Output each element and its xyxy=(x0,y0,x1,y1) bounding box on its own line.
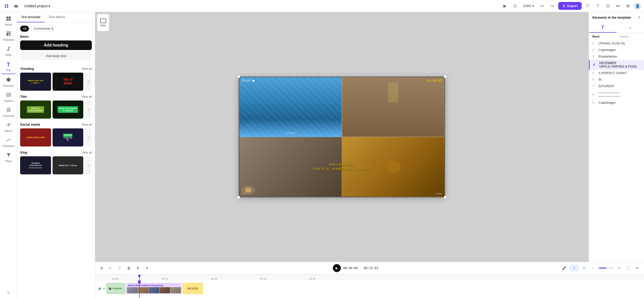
right-panel-header: Elements in the template × xyxy=(589,12,644,23)
chip-commercial[interactable]: Commercial i xyxy=(31,26,57,32)
sidebar-item-captions[interactable]: Captions xyxy=(1,90,16,104)
pen-btn[interactable]: ✏ xyxy=(634,265,641,272)
audio-add-btn[interactable]: + xyxy=(570,265,579,272)
tab-text-template[interactable]: Text template xyxy=(17,12,45,22)
sidebar-item-text[interactable]: T Text xyxy=(1,59,16,74)
vlog-nav-btn[interactable]: › xyxy=(85,156,92,174)
more-options-btn[interactable]: ••• xyxy=(614,2,622,10)
svg-rect-9 xyxy=(6,33,8,36)
trending-thumb-1[interactable]: Happy New Year— 2024 — xyxy=(20,73,51,91)
project-name-btn[interactable]: Untitled project ▾ xyxy=(22,3,52,9)
element-item-5[interactable]: 5 A PERFECT SUNNY xyxy=(589,70,644,76)
ruler-mark-1: 00:10 xyxy=(162,278,168,280)
vlog-grid: THANKSFOR WATCH@ Your account WAKE UP / … xyxy=(20,156,92,174)
element-item-6[interactable]: 6 IN xyxy=(589,76,644,83)
tab-text-effects[interactable]: Text effects xyxy=(45,12,69,22)
share-btn[interactable]: ⊡ xyxy=(604,2,612,10)
title-thumb-2[interactable]: GIVE OUR EARTHA CHANCE xyxy=(53,101,84,119)
element-item-9[interactable]: 9 Copenhagen xyxy=(589,100,644,106)
trending-view-all[interactable]: View all xyxy=(82,67,92,71)
fullscreen-btn[interactable]: ⛶ xyxy=(625,265,632,272)
sidebar-item-filters[interactable]: Filters xyxy=(1,151,16,165)
timer-btn[interactable]: ◷ xyxy=(511,2,519,10)
sidebar-item-templates[interactable]: Templates xyxy=(1,29,16,43)
more-btn[interactable]: ▾ xyxy=(143,265,150,272)
sidebar-item-elements[interactable]: Elements xyxy=(1,75,16,89)
svg-rect-7 xyxy=(9,19,11,21)
ruler-mark-3: 00:30 xyxy=(260,278,266,280)
split-btn[interactable]: ⊢ xyxy=(107,265,114,272)
canvas-frame[interactable]: PLAY ▶ 00:00:00 pool/water xyxy=(239,77,445,197)
shield-btn[interactable]: 🛡 xyxy=(584,2,592,10)
mic-btn[interactable]: 🎤 xyxy=(560,265,568,272)
undo-btn[interactable]: ↩ xyxy=(538,2,546,10)
title-view-all[interactable]: View all xyxy=(82,95,92,98)
layout-toggle-btn[interactable]: ⊞ xyxy=(624,2,632,10)
right-panel-close-btn[interactable]: × xyxy=(638,15,640,20)
time-clip[interactable]: 00:15:03 xyxy=(183,283,203,294)
element-item-4[interactable]: 4 DECEMBER VINYLS, PARTIES & FOOD xyxy=(589,60,644,70)
zoom-level: 100% xyxy=(523,4,531,8)
social-thumb-2[interactable]: OUTFIT of the day 🔍 xyxy=(53,128,84,146)
align-btn[interactable]: ⊤ xyxy=(116,265,123,272)
panel-content: All Commercial i Basic Add heading Add b… xyxy=(17,23,95,298)
svg-rect-5 xyxy=(9,17,11,19)
timeline-separator: | xyxy=(360,266,361,270)
add-heading-btn[interactable]: Add heading xyxy=(20,40,92,50)
right-panel-tab-music[interactable]: ♪ xyxy=(617,23,644,33)
chip-all[interactable]: All xyxy=(20,26,29,32)
element-item-8[interactable]: 8 ——————— ——————— xyxy=(589,89,644,100)
sidebar-item-media[interactable]: Media xyxy=(1,14,16,28)
copy-btn[interactable]: ⧉ xyxy=(98,265,105,272)
element-item-3[interactable]: 3 Elsadanielson xyxy=(589,53,644,60)
vlog-thumb-1[interactable]: THANKSFOR WATCH@ Your account xyxy=(20,156,51,174)
play-btn[interactable]: ▶ xyxy=(501,2,509,10)
avatar-btn[interactable]: 👤 xyxy=(634,3,641,10)
right-panel-tab-text[interactable]: T xyxy=(589,23,617,33)
delete-btn[interactable]: 🗑 xyxy=(125,265,132,272)
canvas-cell-bottom-left xyxy=(239,137,342,197)
trending-nav-btn[interactable]: › xyxy=(85,73,92,91)
vlog-thumb-2[interactable]: WAKE UP / 7:15 am xyxy=(53,156,84,174)
zoom-slider[interactable] xyxy=(599,268,614,269)
ratio-btn[interactable]: Ratio xyxy=(97,14,109,31)
export-button[interactable]: Export xyxy=(558,2,582,10)
element-item-1[interactable]: 1 (TRAVEL VLOG IN) xyxy=(589,40,644,47)
canvas-sp-text: SP xyxy=(242,192,246,195)
template-clip[interactable]: 🎬 Template xyxy=(106,283,125,294)
sync-btn[interactable]: ⟳ xyxy=(581,265,588,272)
add-body-btn[interactable]: Add body text xyxy=(20,52,92,60)
trending-thumb-2[interactable]: TRY ITNOW! xyxy=(53,73,84,91)
sidebar-item-transitions[interactable]: Transitions xyxy=(1,135,16,150)
zoom-control[interactable]: 100% ▾ xyxy=(521,3,536,9)
redo-btn[interactable]: ↪ xyxy=(548,2,556,10)
sidebar-item-audio[interactable]: Audio xyxy=(1,44,16,58)
social-thumb-1[interactable]: LIKE & FOLLOW xyxy=(20,128,51,146)
basic-section: Basic Add heading Add body text xyxy=(20,35,92,63)
zoom-in-btn[interactable]: + xyxy=(616,265,623,272)
vlog-view-all[interactable]: View all xyxy=(82,151,92,154)
sidebar-item-transcript[interactable]: Transcript xyxy=(1,105,16,119)
right-panel-basic-tab[interactable]: Basic xyxy=(589,33,617,40)
sidebar-bottom-icon[interactable]: ☰ xyxy=(1,289,16,296)
right-panel-background-tab[interactable]: Backgr... xyxy=(617,33,644,40)
element-item-2[interactable]: 2 Copenhagen xyxy=(589,47,644,53)
right-panel: Elements in the template × T ♪ Basic Bac… xyxy=(589,12,644,262)
right-panel-section-tabs: Basic Backgr... xyxy=(589,33,644,40)
right-panel-tabs: T ♪ xyxy=(589,23,644,33)
title-section: Title View all WHAT ISLOW-CARBON GIVE OU… xyxy=(20,95,92,119)
speed-btn[interactable]: − xyxy=(590,265,597,272)
title-thumb-1[interactable]: WHAT ISLOW-CARBON xyxy=(20,101,51,119)
element-item-7[interactable]: 7 SATURDAY xyxy=(589,83,644,89)
social-view-all[interactable]: View all xyxy=(82,123,92,126)
social-nav-btn[interactable]: › xyxy=(85,128,92,146)
download-btn[interactable]: ⬇ xyxy=(134,265,141,272)
main-film-clip[interactable]: Retro Film Aesthetic Photodump xyxy=(126,283,182,294)
edit-icon[interactable]: ✏ xyxy=(103,287,105,290)
sidebar-item-effects[interactable]: Effects xyxy=(1,120,16,134)
cloud-save-btn[interactable] xyxy=(12,2,20,10)
timeline-play-btn[interactable]: ▶ xyxy=(333,264,341,272)
title-nav-btn[interactable]: › xyxy=(85,101,92,119)
volume-icon[interactable]: 🔊 xyxy=(98,287,102,290)
help-btn[interactable]: ? xyxy=(594,2,602,10)
